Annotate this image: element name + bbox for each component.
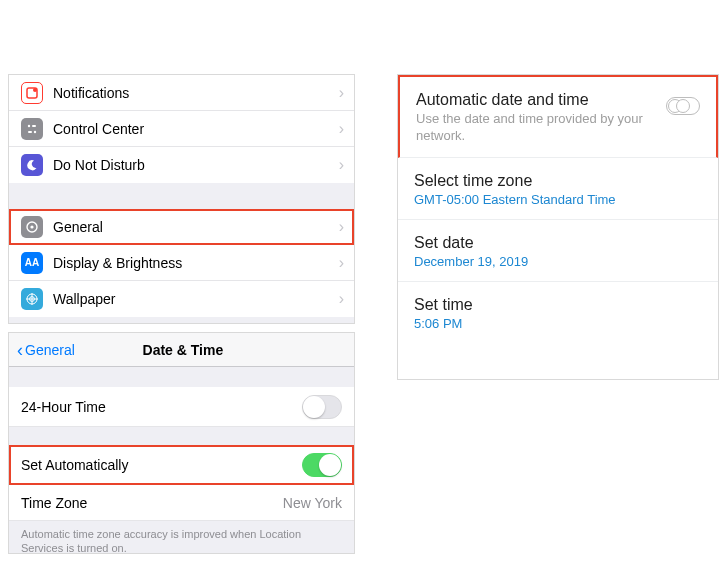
gear-icon <box>21 216 43 238</box>
row-control-center[interactable]: Control Center › <box>9 111 354 147</box>
row-auto-datetime[interactable]: Automatic date and time Use the date and… <box>398 75 718 158</box>
ios-settings-panel: Notifications › Control Center › Do Not … <box>8 74 355 324</box>
notifications-icon <box>21 82 43 104</box>
toggle-auto-datetime[interactable] <box>666 97 700 115</box>
row-label: Display & Brightness <box>53 255 339 271</box>
chevron-right-icon: › <box>339 85 344 101</box>
row-title: Automatic date and time <box>416 91 654 109</box>
svg-point-2 <box>28 124 30 126</box>
row-set-automatically[interactable]: Set Automatically <box>9 445 354 485</box>
chevron-right-icon: › <box>339 219 344 235</box>
row-wallpaper[interactable]: Wallpaper › <box>9 281 354 317</box>
moon-icon <box>21 154 43 176</box>
wallpaper-icon <box>21 288 43 310</box>
row-subtitle: Use the date and time provided by your n… <box>416 111 654 145</box>
page-title: Date & Time <box>20 342 346 358</box>
chevron-right-icon: › <box>339 255 344 271</box>
row-label: Wallpaper <box>53 291 339 307</box>
android-datetime-panel: Automatic date and time Use the date and… <box>397 74 719 380</box>
svg-point-5 <box>34 130 36 132</box>
timezone-value: GMT-05:00 Eastern Standard Time <box>414 192 702 207</box>
row-select-timezone[interactable]: Select time zone GMT-05:00 Eastern Stand… <box>398 158 718 220</box>
row-label: Do Not Disturb <box>53 157 339 173</box>
row-label: General <box>53 219 339 235</box>
row-24hour[interactable]: 24-Hour Time <box>9 387 354 427</box>
chevron-right-icon: › <box>339 121 344 137</box>
chevron-right-icon: › <box>339 157 344 173</box>
control-center-icon <box>21 118 43 140</box>
row-title: Set time <box>414 296 702 314</box>
display-icon: AA <box>21 252 43 274</box>
svg-point-1 <box>33 88 37 92</box>
chevron-right-icon: › <box>339 291 344 307</box>
row-notifications[interactable]: Notifications › <box>9 75 354 111</box>
toggle-set-automatically[interactable] <box>302 453 342 477</box>
time-value: 5:06 PM <box>414 316 702 331</box>
row-label: Notifications <box>53 85 339 101</box>
svg-rect-4 <box>28 131 32 133</box>
row-title: Set date <box>414 234 702 252</box>
ios-datetime-panel: ‹ General Date & Time 24-Hour Time Set A… <box>8 332 355 554</box>
toggle-24hour[interactable] <box>302 395 342 419</box>
nav-bar: ‹ General Date & Time <box>9 333 354 367</box>
svg-point-7 <box>30 225 33 228</box>
row-title: Select time zone <box>414 172 702 190</box>
row-set-date[interactable]: Set date December 19, 2019 <box>398 220 718 282</box>
date-value: December 19, 2019 <box>414 254 702 269</box>
row-do-not-disturb[interactable]: Do Not Disturb › <box>9 147 354 183</box>
row-set-time[interactable]: Set time 5:06 PM <box>398 282 718 343</box>
row-label: Control Center <box>53 121 339 137</box>
row-display-brightness[interactable]: AA Display & Brightness › <box>9 245 354 281</box>
svg-rect-3 <box>32 125 36 127</box>
row-label: 24-Hour Time <box>21 399 302 415</box>
footnote-text: Automatic time zone accuracy is improved… <box>9 521 354 554</box>
row-general[interactable]: General › <box>9 209 354 245</box>
row-label: Time Zone <box>21 495 283 511</box>
row-label: Set Automatically <box>21 457 302 473</box>
time-zone-value: New York <box>283 495 342 511</box>
row-time-zone[interactable]: Time Zone New York <box>9 485 354 521</box>
